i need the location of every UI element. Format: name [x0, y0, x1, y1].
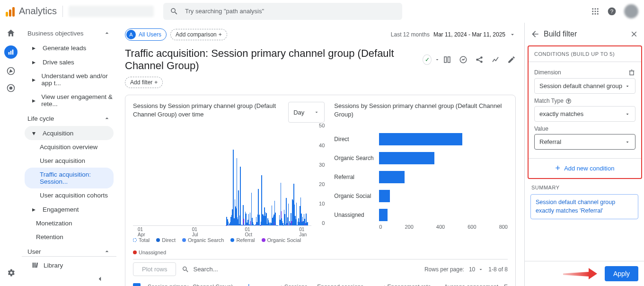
- select-all-checkbox[interactable]: −: [133, 283, 141, 286]
- add-comparison-button[interactable]: Add comparison +: [170, 29, 227, 40]
- nav-item-user-acq[interactable]: User acquisition: [22, 154, 116, 168]
- match-type-select[interactable]: exactly matches: [534, 106, 635, 122]
- plot-rows-button[interactable]: Plot rows: [133, 262, 176, 276]
- svg-text:?: ?: [568, 99, 570, 102]
- bar-label: Organic Search: [334, 155, 378, 161]
- delete-icon[interactable]: [628, 69, 635, 76]
- back-arrow-icon[interactable]: [530, 29, 540, 39]
- library-icon: [31, 261, 39, 269]
- value-select[interactable]: Referral: [534, 134, 635, 150]
- svg-point-0: [592, 8, 593, 9]
- y-axis: 50403020100: [313, 123, 325, 226]
- analytics-logo-icon: [6, 6, 16, 17]
- bar: [379, 152, 434, 164]
- add-filter-button[interactable]: Add filter +: [125, 77, 163, 88]
- svg-rect-11: [9, 52, 10, 54]
- svg-point-8: [597, 13, 599, 14]
- search-icon: [182, 266, 189, 273]
- property-selector[interactable]: [69, 6, 154, 17]
- bar-label: Organic Social: [334, 193, 378, 199]
- nav-item-user-acq-cohorts[interactable]: User acquisition cohorts: [22, 188, 116, 202]
- svg-point-24: [481, 57, 482, 58]
- nav-item-traffic-acq[interactable]: Traffic acquisition: Session...: [25, 168, 114, 188]
- home-icon[interactable]: [6, 28, 16, 38]
- dimension-select[interactable]: Session default channel group: [534, 78, 635, 94]
- svg-rect-17: [33, 263, 34, 268]
- table-toolbar: Plot rows Search... Rows per page: 10 1-…: [133, 259, 508, 279]
- admin-icon[interactable]: [6, 268, 16, 277]
- share-icon[interactable]: [475, 55, 484, 64]
- nav-library[interactable]: Library: [22, 256, 116, 274]
- help-outline-icon[interactable]: ?: [565, 98, 572, 104]
- explore-icon[interactable]: [6, 66, 16, 76]
- nav-item-leads[interactable]: ▸Generate leads: [22, 41, 116, 55]
- svg-rect-12: [10, 51, 12, 54]
- bar-label: Referral: [334, 174, 378, 180]
- svg-point-7: [595, 13, 596, 14]
- rows-per-page-label: Rows per page:: [424, 266, 464, 273]
- bar-chart: 0200400600800 DirectOrganic SearchReferr…: [334, 123, 508, 235]
- chevron-down-icon[interactable]: [434, 56, 440, 63]
- chevron-up-icon: [103, 115, 111, 122]
- bar: [379, 190, 390, 202]
- conditions-header: CONDITIONS (BUILD UP TO 5): [529, 46, 641, 62]
- trend-icon[interactable]: [491, 55, 500, 64]
- comparison-all-users[interactable]: A All Users: [125, 28, 167, 41]
- col-rate[interactable]: Engagement rate: [388, 284, 431, 286]
- nav-section-business[interactable]: Business objectives: [22, 26, 116, 41]
- pagination-range: 1-8 of 8: [488, 266, 508, 273]
- col-avg[interactable]: Average engagement: [444, 284, 498, 286]
- chevron-down-icon: [314, 109, 319, 115]
- nav-item-engagement-retention[interactable]: ▸View user engagement & rete...: [22, 90, 116, 111]
- apply-button[interactable]: Apply: [605, 266, 638, 281]
- insights-icon[interactable]: [459, 55, 468, 64]
- bar: [379, 133, 462, 145]
- nav-item-acq-overview[interactable]: Acquisition overview: [22, 140, 116, 154]
- plus-icon: +: [556, 163, 561, 173]
- col-sessions[interactable]: Sessions: [284, 284, 308, 286]
- nav-item-monetization[interactable]: Monetization: [22, 216, 116, 230]
- reports-icon[interactable]: [4, 45, 18, 59]
- chart-card: Sessions by Session primary channel grou…: [125, 95, 516, 286]
- apps-icon[interactable]: [591, 7, 600, 16]
- help-icon[interactable]: ?: [607, 7, 617, 16]
- logo: Analytics: [6, 6, 57, 17]
- nav-item-retention[interactable]: Retention: [22, 230, 116, 244]
- filter-title: Build filter: [544, 30, 577, 38]
- date-range-picker[interactable]: Last 12 months Mar 11, 2024 - Mar 11, 20…: [391, 31, 516, 38]
- report-title-row: Traffic acquisition: Session primary cha…: [125, 47, 516, 72]
- table-search[interactable]: Search...: [182, 266, 218, 273]
- add-dimension-icon[interactable]: +: [246, 282, 251, 286]
- x-axis: 01Apr01Jul01Oct01Jan: [133, 227, 311, 235]
- nav-item-engagement[interactable]: ▸Engagement: [22, 202, 116, 216]
- bar-label: Unassigned: [334, 212, 378, 218]
- nav-section-lifecycle[interactable]: Life cycle: [22, 111, 116, 126]
- nav-item-sales[interactable]: ▸Drive sales: [22, 55, 116, 69]
- summary-chip: Session default channel group exactly ma…: [530, 194, 638, 219]
- svg-point-6: [592, 13, 593, 14]
- bar: [379, 171, 405, 183]
- search-placeholder: Try searching "path analysis": [185, 8, 264, 15]
- edit-icon[interactable]: [507, 55, 516, 64]
- col-engaged[interactable]: Engaged sessions: [317, 284, 363, 286]
- line-chart-plot: [133, 125, 311, 226]
- global-search[interactable]: Try searching "path analysis": [163, 3, 402, 20]
- nav-item-acquisition[interactable]: ▾Acquisition: [25, 126, 114, 140]
- customize-icon[interactable]: [443, 55, 451, 64]
- search-icon: [170, 7, 178, 16]
- nav-item-understand[interactable]: ▸Understand web and/or app t...: [22, 69, 116, 90]
- table-header: − Session primary...Channel Group) + ↓ S…: [133, 279, 508, 286]
- close-icon[interactable]: [630, 30, 638, 38]
- advertising-icon[interactable]: [6, 83, 16, 93]
- add-condition-button[interactable]: + Add new condition: [529, 158, 641, 178]
- conditions-box: CONDITIONS (BUILD UP TO 5) Dimension Ses…: [528, 45, 642, 179]
- dropdown-arrow-icon: [625, 83, 630, 89]
- rows-per-page-select[interactable]: 10: [469, 266, 484, 273]
- data-quality-icon[interactable]: ✓: [423, 54, 432, 65]
- divider: [62, 6, 63, 17]
- collapse-nav[interactable]: [96, 275, 104, 283]
- account-avatar[interactable]: [624, 4, 638, 18]
- table-dim-header[interactable]: Session primary...Channel Group): [148, 284, 233, 286]
- chevron-down-icon: [478, 267, 484, 272]
- granularity-select[interactable]: Day: [288, 102, 325, 123]
